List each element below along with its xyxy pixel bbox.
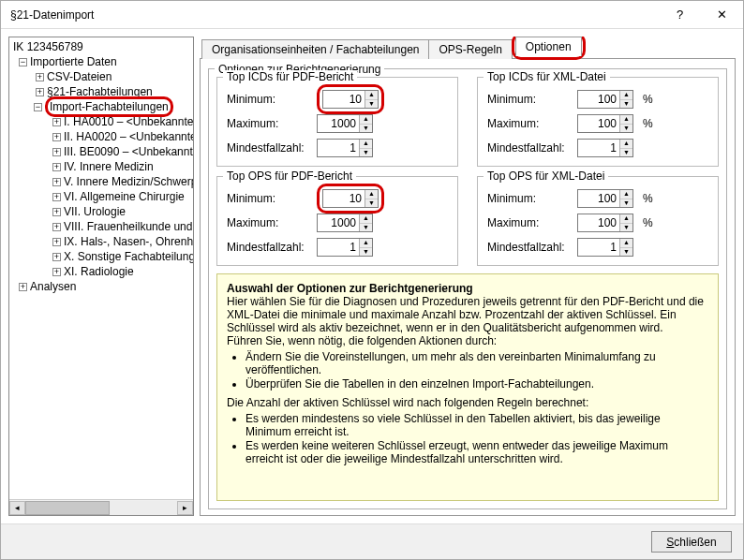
tree-item[interactable]: +III. BE0090 – <Unbekannter FA	[11, 144, 193, 159]
icd-pdf-min-input[interactable]	[323, 91, 365, 108]
group-top-ops-pdf: Top OPS für PDF-Bericht Minimum: ▲▼ Maxi…	[216, 176, 458, 266]
ops-xml-min-spinner[interactable]: ▲▼	[577, 189, 633, 208]
spin-up-icon[interactable]: ▲	[620, 140, 632, 149]
tab-optionen[interactable]: Optionen	[515, 37, 582, 56]
scroll-left-button[interactable]: ◂	[9, 501, 25, 515]
spin-up-icon[interactable]: ▲	[620, 190, 632, 199]
spin-down-icon[interactable]: ▼	[365, 199, 378, 208]
spin-down-icon[interactable]: ▼	[365, 100, 378, 109]
dialog-content: IK 123456789 − Importierte Daten + CSV-D…	[1, 29, 743, 523]
spin-up-icon[interactable]: ▲	[620, 115, 632, 125]
tree-root[interactable]: IK 123456789	[11, 39, 193, 54]
icd-xml-min-input[interactable]	[578, 91, 619, 108]
spin-down-icon[interactable]: ▼	[620, 149, 632, 157]
ops-pdf-min-input[interactable]	[323, 190, 365, 207]
spin-down-icon[interactable]: ▼	[360, 248, 372, 257]
spin-down-icon[interactable]: ▼	[620, 224, 632, 232]
tree-item[interactable]: +VII. Urologie	[11, 204, 193, 219]
tree-item[interactable]: +V. Innere Medizin/Schwerpunk	[11, 174, 193, 189]
spin-down-icon[interactable]: ▼	[360, 224, 372, 232]
icd-xml-max-input[interactable]	[578, 115, 619, 132]
expand-icon[interactable]: +	[19, 283, 27, 291]
tree-item[interactable]: +VIII. Frauenheilkunde und Geb	[11, 219, 193, 234]
spin-up-icon[interactable]: ▲	[360, 214, 372, 224]
expand-icon[interactable]: +	[52, 268, 61, 276]
tree-item[interactable]: +X. Sonstige Fachabteilung	[11, 249, 193, 264]
expand-icon[interactable]: +	[52, 223, 61, 231]
icd-xml-min-spinner[interactable]: ▲▼	[577, 90, 633, 109]
icd-xml-max-spinner[interactable]: ▲▼	[577, 114, 633, 133]
tree-item-label: VIII. Frauenheilkunde und Geb	[64, 219, 193, 234]
tab-org-einheiten[interactable]: Organisationseinheiten / Fachabteilungen	[201, 39, 429, 59]
scroll-right-button[interactable]: ▸	[177, 501, 193, 515]
ops-pdf-max-spinner[interactable]: ▲▼	[317, 214, 373, 232]
tree-node-csv[interactable]: + CSV-Dateien	[11, 69, 193, 84]
tree-item[interactable]: +IV. Innere Medizin	[11, 159, 193, 174]
spin-up-icon[interactable]: ▲	[620, 239, 632, 248]
tree-item[interactable]: +I. HA0010 – <Unbekannter FA	[11, 114, 193, 129]
expand-icon[interactable]: +	[52, 148, 61, 156]
icd-pdf-mfz-input[interactable]	[318, 140, 359, 156]
expand-icon[interactable]: +	[52, 163, 61, 171]
spin-down-icon[interactable]: ▼	[620, 199, 632, 208]
tree-item[interactable]: +VI. Allgemeine Chirurgie	[11, 189, 193, 204]
expand-icon[interactable]: +	[52, 178, 61, 186]
info-bullet: Überprüfen Sie die Tabellen in den einze…	[246, 377, 708, 391]
spin-down-icon[interactable]: ▼	[360, 149, 372, 157]
scroll-track[interactable]	[25, 501, 177, 515]
icd-xml-mfz-spinner[interactable]: ▲▼	[577, 139, 633, 157]
spin-up-icon[interactable]: ▲	[620, 214, 632, 224]
expand-icon[interactable]: +	[52, 208, 61, 216]
info-text: Führen Sie, wenn nötig, die folgenden Ak…	[227, 334, 497, 347]
close-button[interactable]: Schließen	[651, 531, 732, 553]
icd-pdf-max-input[interactable]	[318, 115, 359, 132]
horizontal-scrollbar[interactable]: ◂ ▸	[9, 499, 193, 515]
ops-pdf-max-input[interactable]	[318, 214, 359, 231]
tree-item[interactable]: +II. HA0020 – <Unbekannter FA	[11, 129, 193, 144]
tree-node-import-fachabt[interactable]: − Import-Fachabteilungen	[11, 99, 193, 114]
expand-icon[interactable]: +	[52, 118, 61, 126]
spin-down-icon[interactable]: ▼	[620, 248, 632, 257]
collapse-icon[interactable]: −	[34, 103, 42, 111]
scroll-thumb[interactable]	[25, 501, 110, 515]
tree-item[interactable]: +IX. Hals-, Nasen-, Ohrenheilkun	[11, 234, 193, 249]
ops-xml-max-spinner[interactable]: ▲▼	[577, 214, 633, 232]
ops-xml-mfz-spinner[interactable]: ▲▼	[577, 238, 633, 257]
ops-pdf-mfz-spinner[interactable]: ▲▼	[317, 238, 373, 257]
tab-ops-regeln[interactable]: OPS-Regeln	[428, 39, 512, 59]
tree-node-imported[interactable]: − Importierte Daten	[11, 54, 193, 69]
tabsheet-optionen: Optionen zur Berichtgenerierung Top ICDs…	[200, 58, 736, 516]
icd-xml-mfz-input[interactable]	[578, 140, 619, 156]
ops-pdf-min-spinner[interactable]: ▲▼	[322, 189, 379, 208]
info-text: Die Anzahl der aktiven Schlüssel wird na…	[227, 396, 588, 409]
spin-up-icon[interactable]: ▲	[360, 140, 372, 149]
expand-icon[interactable]: +	[36, 73, 44, 81]
expand-icon[interactable]: +	[52, 133, 61, 141]
spin-up-icon[interactable]: ▲	[620, 91, 632, 100]
ops-xml-max-input[interactable]	[578, 214, 619, 231]
spin-down-icon[interactable]: ▼	[620, 100, 632, 109]
tree-node-analysen[interactable]: + Analysen	[11, 279, 193, 294]
spin-up-icon[interactable]: ▲	[360, 115, 372, 125]
help-button[interactable]: ?	[659, 1, 701, 29]
spin-up-icon[interactable]: ▲	[365, 91, 378, 100]
expand-icon[interactable]: +	[52, 238, 61, 246]
tree-item[interactable]: +XI. Radiologie	[11, 264, 193, 279]
expand-icon[interactable]: +	[52, 193, 61, 201]
collapse-icon[interactable]: −	[19, 58, 27, 66]
spin-down-icon[interactable]: ▼	[360, 125, 372, 133]
ops-xml-min-input[interactable]	[578, 190, 619, 207]
icd-pdf-max-spinner[interactable]: ▲▼	[317, 114, 373, 133]
tree-view[interactable]: IK 123456789 − Importierte Daten + CSV-D…	[9, 37, 193, 499]
expand-icon[interactable]: +	[52, 253, 61, 261]
icd-pdf-min-spinner[interactable]: ▲▼	[322, 90, 379, 109]
ops-pdf-mfz-input[interactable]	[318, 239, 359, 256]
tree-item-label: II. HA0020 – <Unbekannter FA	[64, 129, 193, 144]
expand-icon[interactable]: +	[36, 88, 44, 96]
ops-xml-mfz-input[interactable]	[578, 239, 619, 256]
spin-down-icon[interactable]: ▼	[620, 125, 632, 133]
spin-up-icon[interactable]: ▲	[360, 239, 372, 248]
spin-up-icon[interactable]: ▲	[365, 190, 378, 199]
close-window-button[interactable]: ✕	[701, 1, 743, 29]
icd-pdf-mfz-spinner[interactable]: ▲▼	[317, 139, 373, 157]
